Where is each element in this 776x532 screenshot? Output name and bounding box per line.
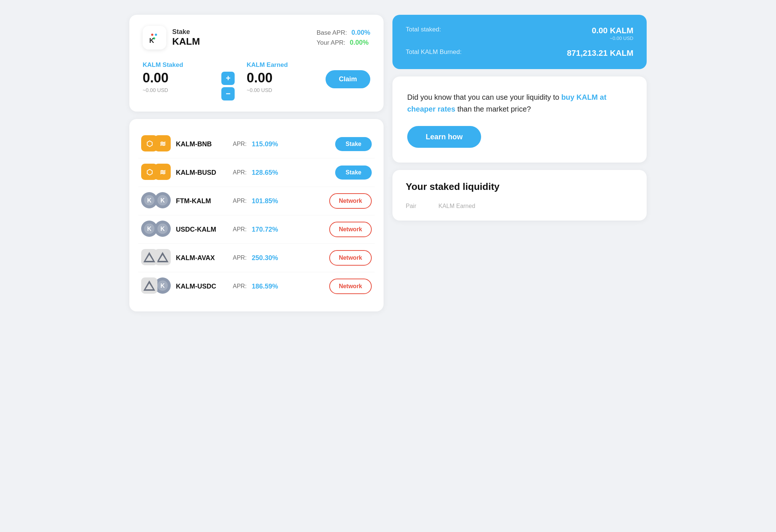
pools-card: ⬡ ≋ KALM-BNB APR: 115.09% Stake ⬡ ≋ (129, 119, 384, 311)
your-apr-value: 0.00% (350, 39, 369, 47)
pool-apr-label: APR: (233, 198, 246, 204)
pool-name: KALM-BNB (176, 140, 228, 148)
pool-apr-label: APR: (233, 226, 246, 233)
pool-name: FTM-KALM (176, 197, 228, 205)
pool-apr-value: 128.65% (252, 169, 285, 177)
network-button[interactable]: Network (329, 279, 372, 294)
stake-button[interactable]: Stake (335, 166, 372, 180)
pool-row: K KALM-USDC APR: 186.59% Network (138, 272, 375, 300)
svg-text:⬡: ⬡ (146, 168, 153, 176)
pool-name: KALM-AVAX (176, 254, 228, 262)
info-text: Did you know that you can use your liqui… (407, 91, 632, 115)
total-staked-usd: ~0.00 USD (592, 35, 633, 41)
pool-icons (141, 249, 171, 267)
svg-text:K: K (149, 37, 154, 44)
pool-icon-first: K (141, 221, 157, 238)
svg-text:K: K (160, 197, 165, 204)
kalm-earned-amount: 0.00 (246, 70, 313, 86)
kalm-earned-group: KALM Earned 0.00 ~0.00 USD (246, 61, 313, 93)
svg-text:≋: ≋ (160, 168, 166, 176)
svg-text:K: K (147, 197, 152, 204)
staked-col-pair: Pair (406, 203, 416, 209)
staked-liquidity-title: Your staked liquidity (406, 181, 633, 192)
svg-text:K: K (160, 226, 165, 232)
total-staked-label: Total staked: (406, 26, 441, 33)
stepper-buttons: + − (221, 72, 235, 100)
pool-icon-first (141, 277, 157, 295)
kalm-logo: K (143, 26, 166, 50)
stake-amounts: KALM Staked 0.00 ~0.00 USD + − KALM Earn… (143, 61, 370, 100)
info-card: Did you know that you can use your liqui… (392, 76, 647, 163)
stepper-plus-button[interactable]: + (221, 72, 235, 85)
claim-button[interactable]: Claim (326, 70, 370, 88)
network-button[interactable]: Network (329, 193, 372, 209)
total-staked-value: 0.00 KALM (592, 26, 633, 35)
kalm-earned-usd: ~0.00 USD (246, 87, 313, 93)
base-apr-row: Base APR: 0.00% (317, 29, 370, 37)
base-apr-label: Base APR: (317, 29, 347, 37)
staked-liquidity-card: Your staked liquidity Pair KALM Earned (392, 170, 647, 221)
stake-kalm-card: K Stake KALM Base APR: 0.00% Your APR: (129, 15, 384, 112)
svg-text:≋: ≋ (160, 140, 166, 148)
svg-text:K: K (160, 283, 165, 289)
pool-icons: K K (141, 221, 171, 238)
kalm-earned-title: KALM Earned (246, 61, 313, 69)
info-text-part2: than the market price? (457, 105, 531, 113)
total-burned-value: 871,213.21 KALM (567, 48, 633, 58)
base-apr-value: 0.00% (351, 29, 370, 37)
pool-icon-first (141, 249, 157, 267)
pool-name: USDC-KALM (176, 226, 228, 233)
pool-name: KALM-BUSD (176, 169, 228, 177)
pool-apr-value: 250.30% (252, 254, 285, 262)
network-button[interactable]: Network (329, 222, 372, 237)
total-burned-label: Total KALM Burned: (406, 48, 462, 56)
pool-icon-first: K (141, 192, 157, 210)
svg-text:⬡: ⬡ (146, 140, 153, 148)
pool-row: K K FTM-KALM APR: 101.85% Network (138, 187, 375, 215)
pool-icons: ⬡ ≋ (141, 164, 171, 181)
total-staked-value-group: 0.00 KALM ~0.00 USD (592, 26, 633, 41)
info-text-part1: Did you know that you can use your liqui… (407, 93, 561, 101)
learn-how-button[interactable]: Learn how (407, 126, 481, 148)
svg-text:K: K (147, 226, 152, 232)
stake-title-text: Stake KALM (172, 28, 200, 47)
pool-icons: K (141, 277, 171, 295)
stake-button[interactable]: Stake (335, 137, 372, 151)
kalm-staked-group: KALM Staked 0.00 ~0.00 USD (143, 61, 210, 93)
stats-card: Total staked: 0.00 KALM ~0.00 USD Total … (392, 15, 647, 69)
total-burned-row: Total KALM Burned: 871,213.21 KALM (406, 48, 633, 58)
total-burned-value-group: 871,213.21 KALM (567, 48, 633, 58)
staked-col-earned: KALM Earned (438, 203, 475, 209)
stake-title-group: K Stake KALM (143, 26, 200, 50)
your-apr-row: Your APR: 0.00% (317, 39, 370, 47)
pool-row: ⬡ ≋ KALM-BUSD APR: 128.65% Stake (138, 158, 375, 187)
svg-point-1 (155, 34, 157, 36)
pool-apr-value: 101.85% (252, 197, 285, 205)
pool-row: KALM-AVAX APR: 250.30% Network (138, 244, 375, 272)
pool-icon-first: ⬡ (141, 164, 157, 181)
pool-apr-value: 170.72% (252, 226, 285, 233)
network-button[interactable]: Network (329, 250, 372, 266)
kalm-staked-usd: ~0.00 USD (143, 87, 210, 93)
kalm-staked-title: KALM Staked (143, 61, 210, 69)
pool-icons: ⬡ ≋ (141, 135, 171, 153)
stake-token: KALM (172, 36, 200, 47)
kalm-staked-amount: 0.00 (143, 70, 210, 86)
pool-name: KALM-USDC (176, 283, 228, 290)
pool-apr-label: APR: (233, 141, 246, 147)
total-staked-row: Total staked: 0.00 KALM ~0.00 USD (406, 26, 633, 41)
pool-icons: K K (141, 192, 171, 210)
stepper-minus-button[interactable]: − (221, 87, 235, 100)
pool-apr-label: APR: (233, 255, 246, 261)
svg-point-0 (151, 34, 153, 36)
staked-columns: Pair KALM Earned (406, 203, 633, 209)
pool-apr-label: APR: (233, 283, 246, 290)
pool-icon-first: ⬡ (141, 135, 157, 153)
pool-apr-value: 186.59% (252, 283, 285, 290)
pool-apr-value: 115.09% (252, 140, 285, 148)
pool-apr-label: APR: (233, 169, 246, 176)
apr-group: Base APR: 0.00% Your APR: 0.00% (317, 29, 370, 47)
stake-label: Stake (172, 28, 200, 36)
stake-header: K Stake KALM Base APR: 0.00% Your APR: (143, 26, 370, 50)
pool-row: K K USDC-KALM APR: 170.72% Network (138, 215, 375, 244)
